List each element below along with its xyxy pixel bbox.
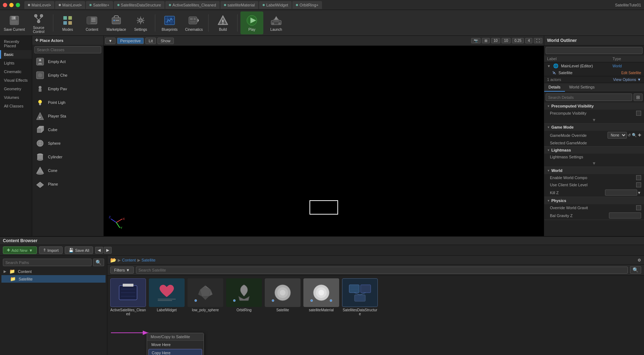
actor-item-start[interactable]: P Player Sta <box>32 109 103 123</box>
category-item-6[interactable]: Volumes <box>0 93 32 102</box>
import-button[interactable]: ⇑ Import <box>39 246 63 254</box>
title-tab-2[interactable]: Satellite+ <box>86 1 113 9</box>
source-control-button[interactable]: Source Control <box>27 11 50 34</box>
bal-gravity-input[interactable]: 0.0 <box>609 212 641 219</box>
grid-btn[interactable]: ⊞ <box>482 38 490 43</box>
tree-item-content[interactable]: ▶ 📁 Content <box>1 268 106 275</box>
copy-here-item[interactable]: Copy Here <box>148 349 202 355</box>
search-filter-btn[interactable]: 🔍 <box>630 266 641 274</box>
precompute-visibility-checkbox[interactable] <box>636 111 641 116</box>
actor-item-pawn[interactable]: Empty Pav <box>32 82 103 96</box>
kill-z-input[interactable]: -1046575.0 <box>605 190 637 196</box>
modes-button[interactable]: Modes <box>56 11 79 34</box>
view-options-link[interactable]: View Options ▼ <box>613 77 641 82</box>
maximize-button[interactable] <box>16 3 20 7</box>
save-all-button[interactable]: 💾 Save All <box>65 246 93 254</box>
category-item-5[interactable]: Geometry <box>0 85 32 93</box>
title-tab-0[interactable]: MainLevel• <box>24 1 54 9</box>
override-gravity-checkbox[interactable] <box>636 205 641 210</box>
search-satellite-input[interactable] <box>136 267 628 274</box>
settings-button[interactable]: Settings <box>129 11 152 34</box>
category-item-1[interactable]: Basic <box>0 50 32 59</box>
category-item-2[interactable]: Lights <box>0 59 32 67</box>
rotation-btn[interactable]: 10 <box>502 38 511 43</box>
perspective-button[interactable]: Perspective <box>117 38 144 44</box>
asset-label-widget[interactable]: LabelWidget <box>149 278 185 316</box>
cb-toolbar: ✚ Add New ▼ ⇑ Import 💾 Save All ◀ ▶ <box>0 245 644 256</box>
path-satellite[interactable]: Satellite <box>142 258 156 262</box>
viewport-arrow-button[interactable]: ▼ <box>105 38 116 44</box>
details-search-input[interactable] <box>546 93 632 101</box>
actor-item-actor[interactable]: Empty Act <box>32 55 103 68</box>
save-current-button[interactable]: Save Current <box>3 11 26 34</box>
build-button[interactable]: Build <box>211 11 234 34</box>
play-button[interactable]: Play <box>240 11 263 34</box>
actor-item-cube[interactable]: Cube <box>32 123 103 136</box>
actor-item-cylinder[interactable]: Cylinder <box>32 150 103 164</box>
outliner-satellite[interactable]: 🛰 Satellite Edit Satellite <box>544 69 644 76</box>
move-here-item[interactable]: Move Here <box>147 341 204 349</box>
search-paths-btn[interactable]: 🔍 <box>93 259 104 266</box>
asset-active-satellites[interactable]: ActiveSatellites_Cleaned <box>110 278 146 316</box>
cb-settings-icon[interactable]: ⚙ <box>638 258 641 263</box>
category-item-0[interactable]: Recently Placed <box>0 37 32 50</box>
actor-item-checker[interactable]: Empty Che <box>32 68 103 82</box>
search-classes-input[interactable] <box>34 46 101 53</box>
blueprints-button[interactable]: Blueprints <box>158 11 181 34</box>
category-item-3[interactable]: Cinematic <box>0 67 32 76</box>
world-header[interactable]: ▼ World <box>544 167 644 174</box>
asset-satellites-data-structure[interactable]: SatellitesDataStructure <box>342 278 378 316</box>
actor-item-plane[interactable]: Plane <box>32 177 103 191</box>
title-tab-6[interactable]: LabelWidget <box>259 1 292 9</box>
scale-btn[interactable]: 0.25 <box>512 38 524 43</box>
title-tab-3[interactable]: SatellitesDataStructure <box>114 1 165 9</box>
viewport[interactable]: X Y Z <box>104 46 544 236</box>
grid-size-btn[interactable]: 10 <box>491 38 500 43</box>
title-tab-1[interactable]: MainLevel• <box>55 1 85 9</box>
title-tab-5[interactable]: satelliteMaterial <box>220 1 258 9</box>
actor-item-sphere[interactable]: Sphere <box>32 136 103 150</box>
category-item-4[interactable]: Visual Effects <box>0 76 32 85</box>
precomputed-visibility-header[interactable]: ▼ Precomputed Visibility <box>544 102 644 110</box>
close-button[interactable] <box>3 3 7 7</box>
camera-icon-btn[interactable]: 📷 <box>471 38 480 43</box>
category-item-7[interactable]: All Classes <box>0 102 32 110</box>
asset-low-poly-sphere[interactable]: low_poly_sphere <box>187 278 223 316</box>
nav-back-button[interactable]: ◀ <box>95 247 103 254</box>
gamemode-override-select[interactable]: None <box>608 132 627 139</box>
launch-button[interactable]: Launch <box>265 11 288 34</box>
world-settings-tab[interactable]: World Settings <box>565 83 599 92</box>
search-paths-input[interactable] <box>3 259 92 266</box>
outliner-main-level[interactable]: ▼ 🌐 MainLevel (Editor) World <box>544 62 644 69</box>
maximize-viewport-btn[interactable]: ⛶ <box>534 38 542 43</box>
client-side-level-checkbox[interactable] <box>636 182 641 187</box>
asset-satellite[interactable]: Satellite <box>265 278 301 316</box>
layers-btn[interactable]: 4 <box>525 38 532 43</box>
asset-orbit-ring[interactable]: OrbitRing <box>226 278 262 316</box>
outliner-search-input[interactable] <box>546 47 643 54</box>
details-tab[interactable]: Details <box>544 83 565 92</box>
content-button[interactable]: Content <box>80 11 103 34</box>
asset-satellite-material[interactable]: satelliteMaterial <box>303 278 339 316</box>
details-grid-btn[interactable]: ⊞ <box>634 93 643 101</box>
lightmass-header[interactable]: ▼ Lightmass <box>544 147 644 154</box>
minimize-button[interactable] <box>9 3 14 7</box>
title-tab-7[interactable]: OrbitRing+ <box>292 1 322 9</box>
cb-filter: Filters ▼ 🔍 <box>107 265 644 275</box>
title-tab-4[interactable]: ActiveSatellites_Cleaned <box>165 1 220 9</box>
path-content[interactable]: Content <box>122 258 136 262</box>
show-button[interactable]: Show <box>157 38 174 44</box>
add-new-button[interactable]: ✚ Add New ▼ <box>3 246 37 254</box>
marketplace-button[interactable]: Marketplace <box>105 11 128 34</box>
cinematics-button[interactable]: Cinematics <box>182 11 205 34</box>
lit-button[interactable]: Lit <box>145 38 156 44</box>
game-mode-header[interactable]: ▼ Game Mode <box>544 124 644 131</box>
satellite-edit-link[interactable]: Edit Satellite <box>621 71 641 75</box>
filters-button[interactable]: Filters ▼ <box>110 267 134 274</box>
nav-forward-button[interactable]: ▶ <box>104 247 112 254</box>
tree-item-satellite[interactable]: 📁 Satellite <box>1 275 106 283</box>
actor-item-cone[interactable]: Cone <box>32 164 103 177</box>
enable-world-compo-checkbox[interactable] <box>636 175 641 180</box>
physics-header[interactable]: ▼ Physics <box>544 197 644 204</box>
actor-item-light[interactable]: Point Ligh <box>32 96 103 109</box>
